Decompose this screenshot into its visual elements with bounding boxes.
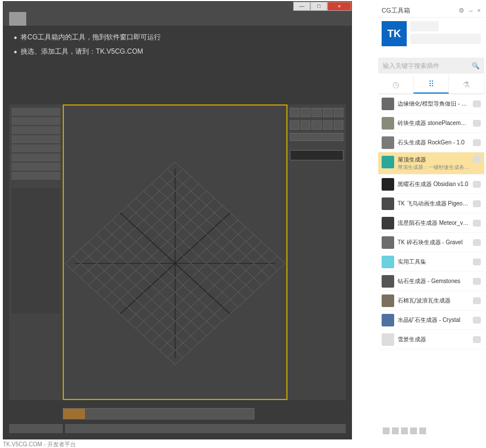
tool-title: TK 飞鸟动画生成器 Pigeons_v1.0 xyxy=(398,200,469,208)
view-btn[interactable] xyxy=(301,108,310,117)
tool-item[interactable]: 石头生成器 RockGen - 1.0 xyxy=(378,133,484,152)
status-slot[interactable] xyxy=(9,424,63,433)
comment-icon[interactable] xyxy=(473,239,481,246)
view-btn[interactable] xyxy=(290,120,299,130)
tool-thumbnail xyxy=(382,217,394,229)
tool-thumbnail xyxy=(382,236,394,249)
comment-icon[interactable] xyxy=(473,200,481,207)
tab-grid[interactable]: ⠿ xyxy=(414,75,449,94)
tool-item[interactable]: 水晶矿石生成器 - Crystal xyxy=(378,310,484,330)
tool-item[interactable]: 砖块生成器 stonePlacementTools xyxy=(378,114,484,133)
comment-icon[interactable] xyxy=(473,156,481,163)
tool-text: 实用工具集 xyxy=(398,258,469,266)
right-toolbar xyxy=(287,104,346,400)
tool-title: TK 碎石块生成器 - Gravel xyxy=(398,239,469,247)
footer-sq[interactable] xyxy=(392,427,399,434)
close-icon[interactable]: × xyxy=(477,7,481,14)
comment-icon[interactable] xyxy=(473,220,481,227)
footer-sq[interactable] xyxy=(410,427,417,434)
close-button[interactable]: × xyxy=(327,2,351,11)
timeline-controls[interactable] xyxy=(9,408,63,419)
comment-icon[interactable] xyxy=(473,336,481,343)
tool-item[interactable]: 雪景生成器 xyxy=(378,330,484,349)
search-placeholder: 输入关键字搜索插件 xyxy=(383,62,439,70)
view-btn[interactable] xyxy=(290,108,299,117)
tool-item[interactable]: 黑曜石生成器 Obsidian v1.0 xyxy=(378,175,484,194)
tool-title: 流星陨石生成器 Meteor_v1.0 xyxy=(398,219,469,227)
comment-icon[interactable] xyxy=(473,278,481,285)
search-icon[interactable]: 🔍 xyxy=(472,62,480,70)
tool-item[interactable]: TK 碎石块生成器 - Gravel xyxy=(378,233,484,252)
tool-thumbnail xyxy=(382,98,394,110)
minimize-icon[interactable]: – xyxy=(469,7,472,14)
status-field[interactable] xyxy=(410,34,481,44)
tool-slot[interactable] xyxy=(11,117,60,125)
tool-item[interactable]: 石棉瓦/波浪瓦生成器 xyxy=(378,291,484,310)
tool-text: 水晶矿石生成器 - Crystal xyxy=(398,316,469,324)
tool-thumbnail xyxy=(382,275,394,288)
tool-item[interactable]: 屋顶生成器屋顶生成器：一键秒速生成各种复... xyxy=(378,152,484,175)
tool-slot[interactable] xyxy=(11,144,60,152)
maximize-button[interactable]: □ xyxy=(310,2,327,11)
timeline-end[interactable] xyxy=(254,408,346,419)
tool-slot[interactable] xyxy=(11,108,60,116)
timeline-track[interactable] xyxy=(63,408,254,419)
comment-icon[interactable] xyxy=(473,297,481,304)
view-btn[interactable] xyxy=(323,120,333,130)
tool-text: 石头生成器 RockGen - 1.0 xyxy=(398,139,469,147)
footer-sq[interactable] xyxy=(401,427,408,434)
minimize-button[interactable]: — xyxy=(293,2,310,11)
tool-thumbnail xyxy=(382,294,394,307)
view-btn[interactable] xyxy=(334,108,343,117)
tool-item[interactable]: 钻石生成器 - Gemstones xyxy=(378,272,484,291)
tool-title: 黑曜石生成器 Obsidian v1.0 xyxy=(398,180,469,188)
tool-slot[interactable] xyxy=(11,154,60,162)
comment-icon[interactable] xyxy=(473,181,481,188)
footer-sq[interactable] xyxy=(419,427,426,434)
view-btn[interactable] xyxy=(311,120,321,130)
tool-list[interactable]: 边缘细化/模型导角做旧 - Deformed Edges砖块生成器 stoneP… xyxy=(378,94,484,391)
avatar[interactable]: TK xyxy=(382,21,407,46)
tab-flask[interactable]: ⚗ xyxy=(449,75,484,94)
comment-icon[interactable] xyxy=(473,259,481,265)
tool-item[interactable]: TK 飞鸟动画生成器 Pigeons_v1.0 xyxy=(378,194,484,213)
tool-thumbnail xyxy=(382,136,394,149)
tool-panel[interactable] xyxy=(11,188,60,313)
tool-slot[interactable] xyxy=(11,126,60,134)
tool-thumbnail xyxy=(382,117,394,130)
tool-item[interactable]: 流星陨石生成器 Meteor_v1.0 xyxy=(378,213,484,233)
footer-sq[interactable] xyxy=(383,427,390,434)
tool-item[interactable]: 实用工具集 xyxy=(378,252,484,272)
tool-slot[interactable] xyxy=(11,135,60,143)
tab-history[interactable]: ◷ xyxy=(378,75,414,94)
comment-icon[interactable] xyxy=(473,139,481,146)
search-bar[interactable]: 输入关键字搜索插件 🔍 xyxy=(378,58,484,74)
comment-icon[interactable] xyxy=(473,100,481,107)
tool-item[interactable]: 边缘细化/模型导角做旧 - Deformed Edges xyxy=(378,94,484,114)
tool-text: 屋顶生成器屋顶生成器：一键秒速生成各种复... xyxy=(398,156,469,171)
timeline[interactable] xyxy=(9,408,346,419)
tool-slot[interactable] xyxy=(11,163,60,171)
dropdown[interactable] xyxy=(290,150,343,160)
tool-title: 水晶矿石生成器 - Crystal xyxy=(398,316,469,324)
profile-section: TK xyxy=(378,18,484,56)
workspace xyxy=(9,104,346,400)
comment-icon[interactable] xyxy=(473,120,481,127)
settings-icon[interactable]: ⚙ xyxy=(459,7,464,14)
tool-thumbnail xyxy=(382,197,394,210)
viewport-3d[interactable] xyxy=(63,104,287,400)
view-btn[interactable] xyxy=(311,108,321,117)
tool-thumbnail xyxy=(382,314,394,326)
tool-slot[interactable] xyxy=(11,172,60,180)
timeline-playhead[interactable] xyxy=(63,409,85,419)
panel-btn[interactable] xyxy=(290,133,343,141)
view-btn[interactable] xyxy=(301,120,310,130)
titlebar: — □ × xyxy=(3,2,351,26)
view-btn[interactable] xyxy=(334,120,343,130)
status-slot[interactable] xyxy=(65,424,346,433)
comment-icon[interactable] xyxy=(473,317,481,324)
view-btn[interactable] xyxy=(323,108,333,117)
username-field[interactable] xyxy=(410,21,439,31)
tool-text: 石棉瓦/波浪瓦生成器 xyxy=(398,297,469,305)
toolbox-header: CG工具箱 ⚙ – × xyxy=(378,4,484,18)
